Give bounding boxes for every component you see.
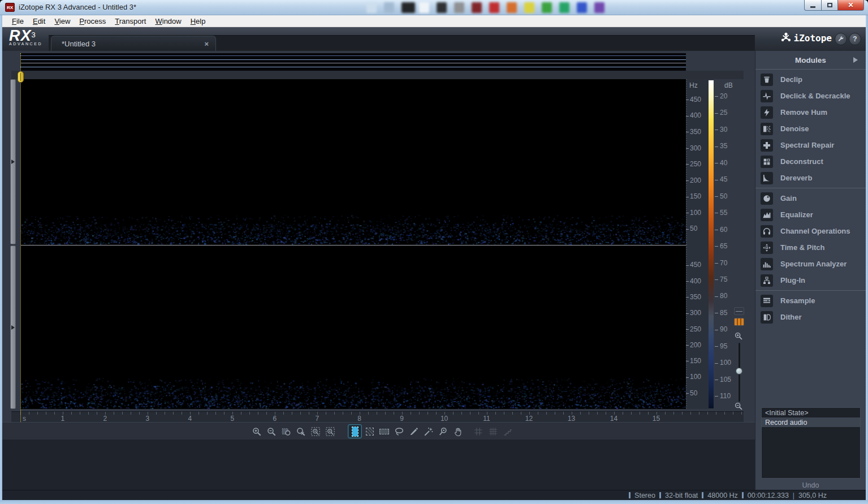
channel-2-grip[interactable] xyxy=(10,245,16,409)
zoom-in-button-icon xyxy=(252,427,262,437)
magic-wand-tool[interactable] xyxy=(421,424,435,438)
zoom-time-button-icon xyxy=(310,427,321,437)
hz-unit-label: Hz xyxy=(689,81,698,89)
waveform-view-thumb[interactable] xyxy=(734,307,744,315)
time-tick-label: 1 xyxy=(61,415,65,423)
module-plug-in[interactable]: Plug-In xyxy=(755,272,866,288)
tab-untitled-3[interactable]: *Untitled 3 × xyxy=(51,36,216,51)
status-separator xyxy=(702,492,703,498)
waveform-overview[interactable] xyxy=(20,53,686,71)
noise-grid-button xyxy=(486,424,500,438)
frequency-scale-ch2: 45040035030025020015010050 xyxy=(686,245,709,409)
history-item[interactable]: <Initial State> xyxy=(762,408,860,417)
settings-button[interactable] xyxy=(835,33,847,45)
channel-2-arrow-icon xyxy=(11,325,15,330)
modules-header[interactable]: Modules xyxy=(755,53,866,67)
module-label: Declick & Decrackle xyxy=(780,92,850,100)
time-tick-label: 14 xyxy=(610,415,617,423)
module-declip[interactable]: Declip xyxy=(755,71,866,88)
time-ruler[interactable]: s 123456789101112131415 xyxy=(11,411,744,422)
maximize-button[interactable] xyxy=(822,0,838,11)
frequency-selection-tool[interactable] xyxy=(377,424,391,438)
hz-tick: 50 xyxy=(686,389,697,397)
help-button[interactable]: ? xyxy=(849,33,861,45)
menu-file[interactable]: File xyxy=(7,16,28,26)
module-dereverb[interactable]: Dereverb xyxy=(755,170,866,186)
menu-help[interactable]: Help xyxy=(186,16,210,26)
spectrogram-view-thumb[interactable] xyxy=(734,318,744,326)
lasso-selection-tool[interactable] xyxy=(392,424,406,438)
declip-icon xyxy=(761,74,773,86)
menu-edit[interactable]: Edit xyxy=(28,16,50,26)
module-time-pitch[interactable]: Time & Pitch xyxy=(755,239,866,256)
zoom-reset-button[interactable] xyxy=(293,424,308,438)
module-label: Deconstruct xyxy=(780,157,823,166)
channel-1-grip[interactable] xyxy=(10,79,16,244)
equalizer-icon xyxy=(761,209,773,221)
hz-tick: 200 xyxy=(686,176,701,184)
undo-history-list[interactable]: <Initial State>Record audio xyxy=(761,407,861,479)
module-remove-hum[interactable]: Remove Hum xyxy=(755,104,866,120)
module-deconstruct[interactable]: Deconstruct xyxy=(755,153,866,170)
spectrogram-canvas xyxy=(20,79,686,409)
grab-tool[interactable] xyxy=(451,424,465,438)
db-tick: 60 xyxy=(715,226,727,234)
wrench-icon xyxy=(837,36,844,42)
app-icon: RX xyxy=(5,3,15,12)
db-tick: 70 xyxy=(715,259,727,267)
module-label: Resample xyxy=(780,296,815,305)
find-similar-tool[interactable] xyxy=(436,424,450,438)
menu-view[interactable]: View xyxy=(50,16,75,26)
frequency-scale-ch1: 45040035030025020015010050 xyxy=(686,79,709,245)
time-tick-label: 10 xyxy=(441,415,448,423)
zoom-freq-button[interactable] xyxy=(323,424,337,438)
playhead-handle[interactable] xyxy=(18,71,24,83)
module-resample[interactable]: Resample xyxy=(755,292,866,309)
time-selection-tool[interactable] xyxy=(348,424,362,438)
time-frequency-selection-tool[interactable] xyxy=(362,424,377,438)
overview-line xyxy=(20,59,686,60)
hz-tick: 400 xyxy=(686,277,701,285)
hz-tick: 250 xyxy=(686,325,701,333)
window-border-right xyxy=(866,15,868,504)
zoom-in-button[interactable] xyxy=(249,424,264,438)
time-selection-tool-icon xyxy=(352,427,358,436)
module-gain[interactable]: Gain xyxy=(755,190,866,206)
title-bar[interactable]: RX iZotope RX 3 Advanced - Untitled 3* ✕ xyxy=(0,0,868,15)
spectrogram-display[interactable] xyxy=(20,79,686,409)
desktop-color-block xyxy=(542,2,552,13)
history-item[interactable]: Record audio xyxy=(762,417,860,427)
playhead-line xyxy=(20,53,21,422)
minimize-button[interactable] xyxy=(804,0,822,11)
module-spectrum-analyzer[interactable]: Spectrum Analyzer xyxy=(755,256,866,272)
module-declick-decrackle[interactable]: Declick & Decrackle xyxy=(755,88,866,104)
tab-close-icon[interactable]: × xyxy=(204,40,209,48)
module-dither[interactable]: Dither xyxy=(755,309,866,325)
menu-process[interactable]: Process xyxy=(75,16,110,26)
vertical-zoom-in-icon[interactable] xyxy=(734,331,743,343)
hz-tick: 350 xyxy=(686,128,701,136)
db-tick: 55 xyxy=(715,209,727,217)
window-border-bottom xyxy=(0,500,868,504)
module-spectral-repair[interactable]: Spectral Repair xyxy=(755,137,866,153)
zoom-time-button[interactable] xyxy=(308,424,322,438)
db-ruler: 2025303540455055606570758085909510010511… xyxy=(715,79,737,409)
module-equalizer[interactable]: Equalizer xyxy=(755,206,866,223)
time-ruler-ticks xyxy=(20,412,744,415)
menu-window[interactable]: Window xyxy=(150,16,185,26)
menu-transport[interactable]: Transport xyxy=(110,16,150,26)
spectrum-icon xyxy=(761,258,773,270)
vertical-zoom-knob[interactable] xyxy=(736,368,742,374)
logo-sup: 3 xyxy=(32,31,36,39)
module-channel-operations[interactable]: Channel Operations xyxy=(755,223,866,239)
close-button[interactable]: ✕ xyxy=(838,0,864,11)
module-denoise[interactable]: Denoise xyxy=(755,120,866,137)
channel-separator[interactable] xyxy=(20,245,686,245)
desktop-color-block xyxy=(384,2,394,13)
declick-icon xyxy=(761,90,773,102)
db-tick: 65 xyxy=(715,242,727,250)
zoom-selection-button[interactable] xyxy=(279,424,293,438)
zoom-out-button[interactable] xyxy=(264,424,278,438)
brush-selection-tool[interactable] xyxy=(407,424,421,438)
module-label: Declip xyxy=(780,75,802,84)
